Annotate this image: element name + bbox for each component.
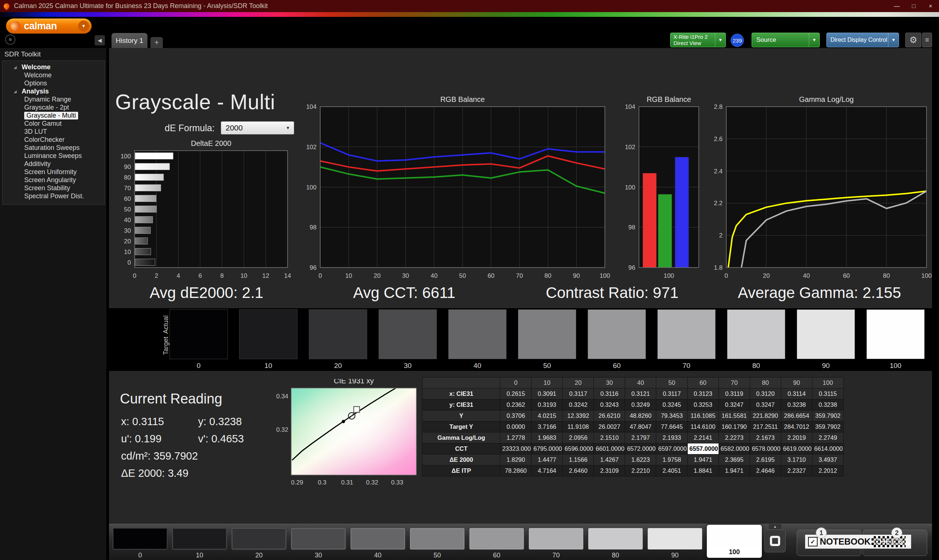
table-cell: 0.3243 (594, 400, 625, 411)
more-options-button[interactable]: ≡ (922, 32, 932, 47)
sidebar-item-colorchecker[interactable]: ColorChecker (3, 135, 105, 144)
footer-patch-label: 70 (529, 552, 584, 559)
sidebar-item-analysis[interactable]: ◢Analysis (3, 87, 105, 95)
sidebar-item-spectral-power-dist-[interactable]: Spectral Power Dist. (3, 192, 105, 200)
sidebar-item-3d-lut[interactable]: 3D LUT (3, 128, 105, 135)
footer-patch-button-30[interactable]: 30 (291, 528, 346, 559)
sidebar-item-label: Welcome (22, 63, 51, 71)
expander-icon[interactable]: ◢ (14, 65, 19, 70)
footer-patch-swatch (113, 528, 168, 550)
calman-window: Calman 2025 Calman Ultimate for Business… (0, 0, 939, 560)
svg-text:96: 96 (310, 264, 316, 271)
swatch-row-label-actual: Actual (162, 315, 170, 334)
pattern-expand-button[interactable]: ▴ (769, 524, 781, 529)
footer-patch-swatch (708, 526, 760, 548)
sidebar-item-color-gamut[interactable]: Color Gamut (3, 120, 105, 128)
footer-patch-swatch (469, 528, 524, 550)
footer-patch-button-40[interactable]: 40 (350, 528, 405, 559)
table-row: CCT23323.00006795.00006596.00006601.0000… (422, 443, 843, 454)
footer-patch-button-60[interactable]: 60 (469, 528, 524, 559)
svg-text:20: 20 (763, 272, 770, 279)
footer-patch-button-80[interactable]: 80 (588, 528, 643, 559)
chevron-down-icon: ▼ (809, 33, 819, 47)
svg-text:100: 100 (663, 272, 674, 279)
sidebar-item-label: Grayscale - 2pt (24, 104, 69, 111)
main-content: Grayscale - Multi dE Formula: 2000 ▼ 024… (109, 48, 932, 560)
svg-text:40: 40 (431, 272, 438, 279)
svg-text:70: 70 (124, 185, 131, 192)
table-cell: 6614.0000 (812, 443, 843, 454)
grayscale-patch-60 (587, 309, 646, 359)
svg-text:80: 80 (883, 272, 890, 279)
meter-select[interactable]: X-Rite i1Pro 2 Direct View ▼ (670, 32, 726, 47)
footer-patch-button-10[interactable]: 10 (172, 528, 227, 559)
footer-patch-label: 30 (291, 552, 346, 559)
sidebar-item-label: Saturation Sweeps (24, 144, 80, 152)
expander-icon[interactable]: ◢ (14, 89, 19, 94)
svg-text:2: 2 (719, 232, 723, 239)
sidebar-item-welcome[interactable]: ◢Welcome (3, 63, 105, 71)
svg-text:80: 80 (544, 272, 551, 279)
svg-text:98: 98 (628, 224, 635, 231)
footer-patch-button-50[interactable]: 50 (410, 528, 465, 559)
table-row: x: CIE310.26150.30910.31170.31160.31210.… (422, 388, 843, 400)
footer-patch-button-90[interactable]: 90 (648, 528, 702, 559)
avg-de2000-stat: Avg dE2000: 2.1 (150, 284, 264, 302)
sidebar-item-grayscale-multi[interactable]: Grayscale - Multi (3, 111, 105, 120)
current-reading-line: u': 0.199v': 0.4653 (121, 430, 244, 448)
footer-patch-label: 90 (648, 552, 702, 559)
sidebar-item-saturation-sweeps[interactable]: Saturation Sweeps (3, 144, 105, 152)
footer-patch-label: 10 (172, 552, 227, 559)
svg-text:CIE 1931 xy: CIE 1931 xy (334, 379, 374, 385)
svg-text:0.29: 0.29 (291, 479, 303, 486)
footer-patch-label: 80 (588, 552, 643, 559)
table-cell: 77.6645 (656, 422, 688, 432)
grayscale-patch-40 (448, 309, 507, 359)
sidebar-item-screen-angularity[interactable]: Screen Angularity (3, 176, 105, 184)
sidebar-item-grayscale-2pt[interactable]: Grayscale - 2pt (3, 103, 105, 111)
table-cell: 2.2141 (688, 432, 719, 443)
footer-patch-button-20[interactable]: 20 (231, 528, 287, 559)
close-button[interactable]: × (922, 0, 939, 12)
sidebar-item-label: Options (24, 80, 47, 87)
table-cell: 79.3453 (656, 411, 688, 422)
add-tab-button[interactable]: + (150, 37, 163, 48)
footer-patch-button-100[interactable]: 100 (707, 525, 762, 558)
minimize-button[interactable]: — (888, 0, 905, 12)
table-cell: 2.1673 (750, 432, 781, 443)
sidebar-item-options[interactable]: Options (3, 79, 105, 87)
table-cell: 2.6460 (563, 465, 594, 477)
table-cell: 0.3245 (656, 400, 688, 411)
sidebar-menu-button[interactable] (5, 34, 15, 45)
sidebar-item-welcome[interactable]: Welcome (3, 71, 105, 79)
de-formula-select[interactable]: 2000 ▼ (221, 121, 294, 134)
table-cell: 359.7902 (812, 411, 843, 422)
settings-button[interactable]: ⚙ (905, 32, 921, 47)
pattern-window-button[interactable] (765, 529, 786, 552)
table-column-header: 10 (532, 377, 563, 388)
more-icon: ≡ (925, 36, 929, 44)
table-column-header: 100 (812, 377, 843, 388)
sidebar-item-luminance-sweeps[interactable]: Luminance Sweeps (3, 152, 105, 160)
footer-patch-button-0[interactable]: 0 (113, 528, 168, 559)
sidebar-collapse-button[interactable]: ◀ (95, 35, 105, 45)
sidebar-item-dynamic-range[interactable]: Dynamic Range (3, 95, 105, 103)
table-cell: 0.3238 (812, 400, 843, 411)
tab-history-1[interactable]: History 1 (111, 33, 148, 48)
maximize-button[interactable]: □ (905, 0, 922, 12)
svg-text:98: 98 (310, 224, 316, 231)
table-cell: 2.4051 (656, 465, 688, 477)
sidebar-item-screen-uniformity[interactable]: Screen Uniformity (3, 168, 105, 176)
footer-patch-swatch (350, 528, 405, 550)
table-cell: 2.2749 (812, 432, 843, 443)
sidebar-item-additivity[interactable]: Additivity (3, 160, 105, 168)
sidebar-item-screen-stability[interactable]: Screen Stability (3, 184, 105, 192)
source-select[interactable]: Source ▼ (752, 32, 820, 47)
chevron-down-icon: ▼ (715, 33, 726, 47)
brand-logo-text: calman (24, 20, 57, 32)
footer-patch-button-70[interactable]: 70 (529, 528, 584, 559)
calman-menu-button[interactable]: calman ▼ (6, 18, 92, 34)
display-control-select[interactable]: Direct Display Control ▼ (826, 32, 899, 47)
sidebar-item-label: Welcome (24, 71, 52, 79)
svg-text:2.8: 2.8 (714, 103, 723, 110)
